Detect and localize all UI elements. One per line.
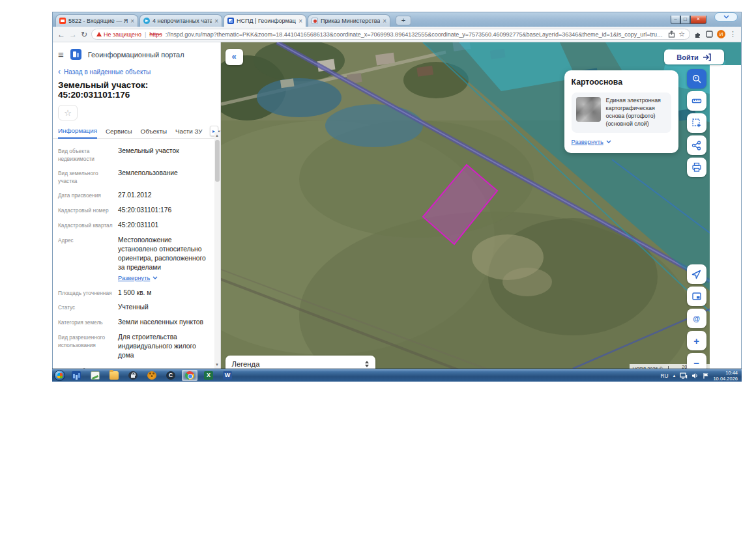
refresh-icon[interactable]: ↻ [81,31,87,38]
share-map-button[interactable] [687,135,706,155]
taskbar-app-lock[interactable] [125,370,141,381]
scroll-down-icon[interactable]: ▼ [215,363,220,367]
floating-chevron-button[interactable] [714,12,738,21]
profile-avatar[interactable]: И [717,30,725,38]
browser-tab-chats[interactable]: 4 непрочитанных чата × [139,14,222,27]
taskbar-app-c[interactable]: C [163,370,179,381]
taskbar-app-editor[interactable] [87,370,103,381]
forward-nav-icon[interactable]: → [69,31,77,38]
area-select-button[interactable] [687,113,706,133]
tab-title: НСПД | Геоинформационный п [237,18,296,24]
extensions-puzzle-icon[interactable] [694,31,702,38]
chart-app-icon [72,371,81,380]
field-row: Вид земельного участкаЗемлепользование [58,169,211,185]
legend-label: Легенда [232,360,365,368]
field-row: Кадастровый номер45:20:031101:176 [58,206,211,215]
system-tray: RU ▲ 10:44 10.04.2026 [661,370,739,382]
taskbar-clock[interactable]: 10:44 10.04.2026 [713,370,739,382]
browser-menu-icon[interactable]: ⋮ [729,30,736,38]
tab-close-icon[interactable]: × [298,18,302,25]
nspd-favicon [227,18,234,24]
minimap-icon [691,291,702,302]
start-button[interactable] [54,370,65,381]
tab-close-icon[interactable]: × [214,18,218,25]
taskbar-app-paw[interactable] [144,370,160,381]
folder-icon [109,371,119,380]
field-row: СтатусУчтенный [58,303,211,312]
browser-titlebar[interactable]: 5822 - Входящие — Яндекс По × 4 непрочит… [53,12,741,27]
browser-tab-nspd-active[interactable]: НСПД | Геоинформационный п × [224,14,306,27]
legend-toggle[interactable]: Легенда [225,356,375,369]
speaker-icon[interactable] [691,372,699,379]
zoom-out-button[interactable]: − [687,353,706,369]
chevron-left-icon: ‹ [58,68,61,76]
object-search-button[interactable] [687,69,706,89]
ruler-icon [691,96,702,106]
taskbar-app-chart[interactable] [68,370,84,381]
basemap-panel: Картооснова Единая электронная картограф… [564,70,678,153]
minus-icon: − [693,358,699,368]
tab-services[interactable]: Сервисы [106,128,132,138]
taskbar-explorer[interactable] [106,370,122,381]
search-address-button[interactable]: @ [687,309,706,328]
legend-expand-icon [365,361,369,367]
favorite-star-button[interactable]: ☆ [58,105,78,120]
hamburger-menu-icon[interactable]: ≡ [58,49,64,59]
share-icon[interactable] [668,31,675,38]
at-sign-icon: @ [693,315,700,322]
login-button[interactable]: Войти [664,49,724,64]
expand-basemap-link[interactable]: Развернуть [572,139,611,145]
locate-button[interactable] [687,264,706,284]
field-row: Кадастровый квартал45:20:031101 [58,221,211,230]
tab-parcel-parts[interactable]: Части ЗУ [175,128,203,138]
window-controls: – □ × [671,16,706,24]
zoom-in-button[interactable]: + [687,331,706,350]
scroll-up-icon[interactable]: ▲ [215,134,220,138]
bookmark-star-icon[interactable]: ☆ [678,30,685,38]
browser-tab-yandex-mail[interactable]: 5822 - Входящие — Яндекс По × [55,14,138,27]
url-scheme: https [149,31,162,38]
new-tab-button[interactable]: + [396,16,411,25]
field-row: Вид разрешенного использованияДля строит… [58,333,211,360]
object-search-icon [691,74,702,84]
tab-close-icon[interactable]: × [130,18,134,25]
tab-close-icon[interactable]: × [383,18,386,25]
taskbar-chrome-active[interactable] [182,370,197,381]
expand-address-link[interactable]: Развернуть [118,274,158,283]
address-bar[interactable]: Не защищено | https ://nspd.gov.ru/map?t… [91,29,690,40]
paw-app-icon [147,371,156,380]
scrollbar-thumb[interactable] [215,140,220,182]
flag-icon[interactable] [703,372,709,379]
tab-title: 5822 - Входящие — Яндекс По [68,18,128,24]
sidebar-scrollbar[interactable]: ▲ ▼ [214,132,220,369]
measure-button[interactable] [687,91,706,111]
field-row: Вид объекта недвижимостиЗемельный участо… [58,147,211,163]
browser-tab-prikaz[interactable]: Приказ Министерства строите × [308,14,390,27]
map-viewport[interactable]: « Войти Картооснова Единая электронная к… [221,42,741,369]
back-to-results-link[interactable]: ‹ Назад в найденные объекты [58,68,215,76]
security-warning[interactable]: Не защищено [96,31,141,38]
minimap-button[interactable] [687,287,706,306]
chevron-down-icon [153,276,158,279]
print-button[interactable] [687,158,706,177]
attribution-text: НСПД 2026 © [633,366,663,369]
collapse-sidebar-button[interactable]: « [225,49,243,65]
back-nav-icon[interactable]: ← [57,31,65,38]
taskbar-word[interactable]: W [220,370,235,381]
pond [325,104,423,147]
restore-button[interactable]: □ [680,16,690,24]
close-button[interactable]: × [690,16,706,24]
tab-information[interactable]: Информация [58,127,97,139]
share-icon [691,141,701,150]
minimize-button[interactable]: – [671,16,680,24]
tray-expand-icon[interactable]: ▲ [673,374,676,378]
tab-objects[interactable]: Объекты [141,128,167,138]
login-exit-icon [703,53,711,61]
language-indicator[interactable]: RU [661,372,669,379]
c-app-icon: C [166,371,175,380]
area-select-icon [691,118,702,128]
taskbar-excel[interactable]: X [201,370,216,381]
network-icon[interactable] [680,372,688,379]
reading-list-icon[interactable] [706,31,713,38]
basemap-layer-item[interactable]: Единая электронная картографическая осно… [572,92,671,133]
